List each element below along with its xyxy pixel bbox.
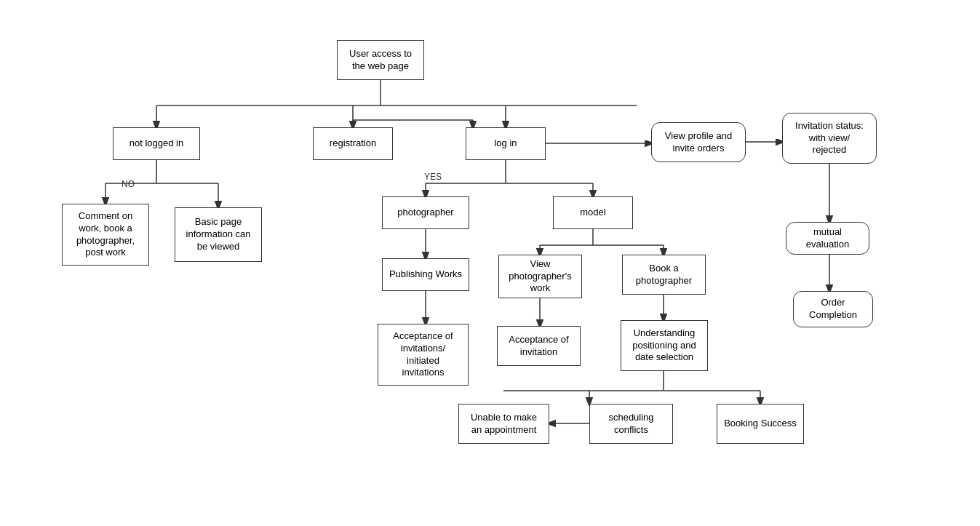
node-invitation-status: Invitation status: with view/ rejected	[782, 113, 877, 164]
node-understanding-positioning: Understanding positioning and date selec…	[621, 320, 708, 371]
node-registration: registration	[313, 127, 393, 160]
node-book-photographer: Book a photographer	[622, 255, 706, 295]
node-user-access: User access to the web page	[337, 40, 424, 80]
node-order-completion: Order Completion	[793, 291, 873, 327]
node-acceptance-invitation: Acceptance of invitation	[497, 326, 581, 366]
label-no: NO	[121, 179, 135, 189]
node-acceptance-invitations: Acceptance of invitations/ initiated inv…	[378, 324, 469, 386]
node-unable-appointment: Unable to make an appointment	[458, 404, 549, 444]
node-log-in: log in	[466, 127, 546, 160]
node-basic-page: Basic page information can be viewed	[175, 207, 262, 262]
diagram-container: User access to the web page not logged i…	[0, 0, 980, 526]
node-view-photographers-work: View photographer's work	[498, 255, 582, 298]
node-scheduling-conflicts: scheduling conflicts	[589, 404, 673, 444]
label-yes: YES	[424, 172, 442, 182]
node-publishing-works: Publishing Works	[382, 258, 469, 291]
node-photographer: photographer	[382, 196, 469, 229]
node-view-profile: View profile and invite orders	[651, 122, 746, 162]
node-comment-on-work: Comment on work, book a photographer, po…	[62, 204, 149, 266]
node-mutual-evaluation: mutual evaluation	[786, 222, 869, 255]
node-not-logged-in: not logged in	[113, 127, 200, 160]
node-model: model	[553, 196, 633, 229]
node-booking-success: Booking Success	[717, 404, 804, 444]
